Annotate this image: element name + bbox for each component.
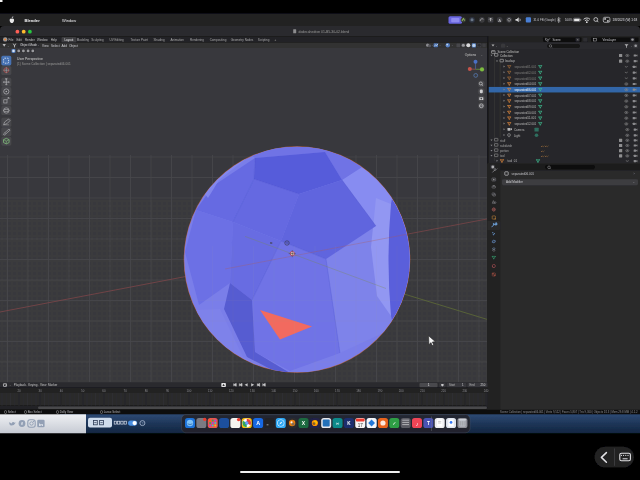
svg-text:⌄: ⌄ <box>631 45 633 48</box>
svg-text:Object Mode: Object Mode <box>20 43 37 47</box>
svg-text:⌄: ⌄ <box>37 43 39 47</box>
svg-text:Options: Options <box>465 53 477 57</box>
svg-text:120: 120 <box>229 389 234 393</box>
svg-text:Add: Add <box>62 44 68 48</box>
svg-text:dodecahedron 01-B5-30-02.blend: dodecahedron 01-B5-30-02.blend <box>299 30 350 34</box>
svg-text:T: T <box>427 421 430 426</box>
svg-text:separated10.001: separated10.001 <box>515 111 537 115</box>
svg-text:70: 70 <box>124 389 128 393</box>
svg-text:40: 40 <box>60 389 64 393</box>
svg-text:Marker: Marker <box>48 383 57 387</box>
svg-text:31.6 FB (Google): 31.6 FB (Google) <box>534 18 556 22</box>
svg-text:150: 150 <box>293 389 298 393</box>
svg-text:170: 170 <box>335 389 340 393</box>
svg-text:⌄: ⌄ <box>439 44 441 47</box>
svg-text:110: 110 <box>208 389 213 393</box>
svg-text:17: 17 <box>358 423 364 428</box>
svg-text:Geometry Nodes: Geometry Nodes <box>231 38 254 42</box>
svg-text:⌄: ⌄ <box>431 44 433 47</box>
svg-text:Camera: Camera <box>514 128 525 132</box>
svg-text:⌄: ⌄ <box>451 44 453 47</box>
svg-text:Texture Paint: Texture Paint <box>130 38 148 42</box>
svg-text:Lasso Select: Lasso Select <box>104 410 121 414</box>
svg-text:190: 190 <box>377 389 382 393</box>
svg-text:File: File <box>9 38 14 42</box>
svg-text:Layout: Layout <box>64 38 73 42</box>
svg-text:separated04.001: separated04.001 <box>515 82 537 86</box>
svg-text:Light: Light <box>514 134 520 138</box>
svg-text:separated07.001: separated07.001 <box>515 94 537 98</box>
svg-text:separated11.001: separated11.001 <box>515 116 537 120</box>
svg-text:Playback: Playback <box>14 383 27 387</box>
svg-text:2▽ 2▽: 2▽ 2▽ <box>541 145 548 148</box>
svg-text:in: in <box>39 422 43 427</box>
svg-text:60: 60 <box>102 389 106 393</box>
svg-text:separated09.001: separated09.001 <box>515 105 537 109</box>
svg-text:tool: tool <box>500 154 505 158</box>
svg-text:250: 250 <box>480 383 485 387</box>
svg-text:160: 160 <box>314 389 319 393</box>
svg-text:∞: ∞ <box>336 421 340 426</box>
svg-text:1: 1 <box>428 383 430 387</box>
svg-text:tool_01: tool_01 <box>508 159 518 163</box>
svg-text:View: View <box>42 44 49 48</box>
svg-text:Rendering: Rendering <box>190 38 204 42</box>
svg-text:⌄: ⌄ <box>7 44 10 48</box>
svg-text:✓: ✓ <box>392 420 396 426</box>
svg-text:separated03.001: separated03.001 <box>515 77 537 81</box>
svg-text:230: 230 <box>462 389 467 393</box>
svg-text:20: 20 <box>17 389 21 393</box>
svg-text:30: 30 <box>39 389 43 393</box>
svg-text:stuff: stuff <box>500 139 506 143</box>
svg-text:90: 90 <box>166 389 170 393</box>
svg-text:(1) Scene Collection | separat: (1) Scene Collection | separated06.001 <box>17 62 71 66</box>
svg-text:80: 80 <box>145 389 149 393</box>
svg-text:200: 200 <box>399 389 404 393</box>
svg-text:220: 220 <box>441 389 446 393</box>
svg-text:separated12.001: separated12.001 <box>515 122 537 126</box>
svg-text:ViewLayer: ViewLayer <box>603 38 616 42</box>
svg-text:100%: 100% <box>565 18 573 22</box>
svg-text:2▽: 2▽ <box>541 150 544 153</box>
svg-text:⌄: ⌄ <box>481 53 483 57</box>
svg-text:⌄: ⌄ <box>9 384 11 387</box>
svg-text:⌄: ⌄ <box>633 180 636 184</box>
svg-text:separated01.001: separated01.001 <box>515 65 537 69</box>
svg-text:♪: ♪ <box>416 421 419 427</box>
svg-text:Collection: Collection <box>500 54 513 58</box>
svg-text:Help: Help <box>51 38 58 42</box>
svg-text:Add Modifier: Add Modifier <box>506 180 523 184</box>
svg-text:⌄: ⌄ <box>496 167 498 170</box>
svg-text:+: + <box>275 38 277 42</box>
svg-text:End: End <box>470 383 476 387</box>
svg-text:›: › <box>633 172 634 176</box>
svg-text:Window: Window <box>37 38 49 42</box>
svg-text:130: 130 <box>250 389 255 393</box>
svg-text:A: A <box>498 18 501 23</box>
svg-text:Select: Select <box>8 410 16 414</box>
svg-text:Edit: Edit <box>16 38 21 42</box>
svg-text:100: 100 <box>186 389 191 393</box>
svg-text:Window: Window <box>62 18 76 23</box>
svg-text:separated06.001: separated06.001 <box>512 172 535 176</box>
svg-text:Box Select: Box Select <box>28 410 42 414</box>
svg-text:Sculpting: Sculpting <box>91 38 104 42</box>
svg-text:Compositing: Compositing <box>210 38 227 42</box>
svg-text:180: 180 <box>356 389 361 393</box>
svg-text:separated02.001: separated02.001 <box>515 71 537 75</box>
svg-text:separated06.001: separated06.001 <box>515 88 537 92</box>
svg-text:Render: Render <box>25 38 35 42</box>
svg-text:Blender: Blender <box>25 18 41 23</box>
svg-text:backup: backup <box>506 59 516 63</box>
svg-text:Select: Select <box>51 44 60 48</box>
svg-text:separated08.001: separated08.001 <box>515 99 537 103</box>
svg-text:Scene: Scene <box>553 38 562 42</box>
svg-text:?: ? <box>141 422 143 426</box>
svg-text:⌄: ⌄ <box>496 45 498 48</box>
svg-text:Modeling: Modeling <box>77 38 90 42</box>
svg-text:Scene Collection | separated06: Scene Collection | separated06.001 | Ver… <box>500 410 638 414</box>
svg-text:Object: Object <box>69 44 78 48</box>
svg-text:Start: Start <box>449 383 455 387</box>
svg-text:1/8/2023 (W) 1:18: 1/8/2023 (W) 1:18 <box>613 18 638 22</box>
svg-text:⌄: ⌄ <box>506 45 508 48</box>
